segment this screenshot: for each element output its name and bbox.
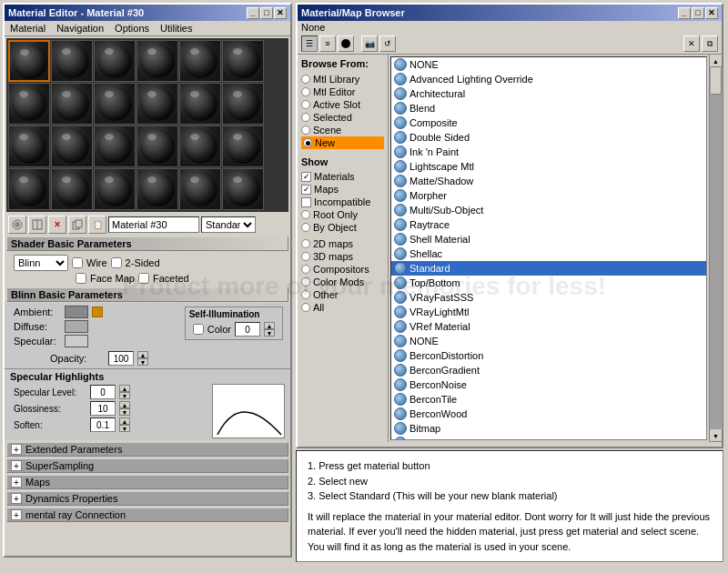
browse-camera-button[interactable]: 📷 bbox=[361, 35, 378, 52]
shader-basic-params-header[interactable]: Shader Basic Parameters bbox=[6, 236, 288, 251]
sphere-cell-4[interactable] bbox=[136, 40, 178, 82]
glossiness-up[interactable]: ▲ bbox=[119, 401, 130, 408]
sphere-cell-23[interactable] bbox=[179, 168, 221, 210]
material-list-item[interactable]: Shellac bbox=[391, 246, 706, 261]
material-list-item[interactable]: BerconWood bbox=[391, 407, 706, 421]
rollout-extended-parameters[interactable]: +Extended Parameters bbox=[6, 442, 288, 457]
sphere-cell-14[interactable] bbox=[51, 126, 93, 167]
material-list-item[interactable]: BerconGradient bbox=[391, 363, 706, 377]
color-input[interactable] bbox=[235, 322, 260, 337]
scroll-down-arrow[interactable]: ▼ bbox=[710, 429, 723, 442]
sphere-cell-9[interactable] bbox=[94, 83, 136, 125]
spec-level-up[interactable]: ▲ bbox=[119, 385, 130, 392]
sphere-cell-13[interactable] bbox=[8, 126, 50, 167]
specular-swatch[interactable] bbox=[65, 335, 88, 347]
browser-close-button[interactable]: ✕ bbox=[705, 7, 718, 19]
show-option-incompatible[interactable]: Incompatible bbox=[301, 196, 384, 208]
sphere-cell-16[interactable] bbox=[136, 126, 178, 167]
material-list-item[interactable]: Top/Bottom bbox=[391, 276, 706, 290]
minimize-button[interactable]: _ bbox=[247, 7, 259, 19]
material-list-item[interactable]: Lightscape Mtl bbox=[391, 159, 706, 174]
maptype-radio-compositors[interactable]: Compositors bbox=[301, 263, 384, 276]
faceted-checkbox[interactable] bbox=[138, 273, 149, 284]
menu-item-options[interactable]: Options bbox=[113, 22, 151, 35]
sphere-cell-11[interactable] bbox=[179, 83, 221, 125]
sphere-cell-8[interactable] bbox=[51, 83, 93, 125]
wire-checkbox[interactable] bbox=[72, 257, 83, 268]
color-checkbox[interactable] bbox=[193, 324, 204, 335]
blinn-dropdown[interactable]: Blinn bbox=[14, 255, 68, 271]
reset-button[interactable]: ✕ bbox=[48, 216, 66, 234]
browse-option-mtl-library[interactable]: Mtl Library bbox=[301, 73, 384, 85]
color-up-spinner[interactable]: ▲ bbox=[264, 322, 275, 329]
material-name-field[interactable] bbox=[108, 216, 199, 233]
browse-option-active-slot[interactable]: Active Slot bbox=[301, 98, 384, 111]
menu-item-material[interactable]: Material bbox=[8, 22, 47, 35]
sphere-cell-7[interactable] bbox=[8, 83, 50, 125]
rollout-mental-ray-connection[interactable]: +mental ray Connection bbox=[6, 508, 288, 522]
maptype-radio-all[interactable]: All bbox=[301, 301, 384, 314]
sphere-cell-2[interactable] bbox=[51, 40, 93, 82]
scroll-thumb[interactable] bbox=[711, 67, 722, 95]
material-list-item[interactable]: BerconNoise bbox=[391, 377, 706, 392]
scroll-up-arrow[interactable]: ▲ bbox=[710, 55, 723, 67]
browser-scrollbar[interactable]: ▲ ▼ bbox=[709, 55, 722, 442]
material-list-item[interactable]: Composite bbox=[391, 116, 706, 130]
sphere-cell-18[interactable] bbox=[222, 126, 264, 167]
material-list-item[interactable]: Blend bbox=[391, 101, 706, 116]
menu-item-utilities[interactable]: Utilities bbox=[158, 22, 194, 35]
refresh-button[interactable]: ↺ bbox=[379, 35, 396, 52]
list-view2-button[interactable]: ≡ bbox=[319, 35, 336, 52]
material-list-item[interactable]: Morpher bbox=[391, 188, 706, 203]
spec-level-down[interactable]: ▼ bbox=[119, 392, 130, 399]
glossiness-input[interactable] bbox=[90, 401, 116, 416]
material-list-item[interactable]: BerconTile bbox=[391, 392, 706, 407]
material-list-item[interactable]: BerconDistortion bbox=[391, 348, 706, 363]
sphere-cell-3[interactable] bbox=[94, 40, 136, 82]
color-down-spinner[interactable]: ▼ bbox=[264, 329, 275, 337]
sphere-cell-active[interactable] bbox=[8, 40, 50, 82]
glossiness-down[interactable]: ▼ bbox=[119, 408, 130, 416]
material-list-item[interactable]: Shell Material bbox=[391, 232, 706, 246]
material-list-item[interactable]: Standard bbox=[391, 261, 706, 276]
show-option-maps[interactable]: Maps bbox=[301, 183, 384, 196]
sphere-cell-10[interactable] bbox=[136, 83, 178, 125]
get-material-button[interactable] bbox=[8, 216, 26, 234]
list-view-button[interactable]: ☰ bbox=[301, 35, 318, 52]
close-button[interactable]: ✕ bbox=[274, 7, 287, 19]
browser-maximize-button[interactable]: □ bbox=[692, 7, 704, 19]
opacity-down-spinner[interactable]: ▼ bbox=[137, 358, 148, 366]
browse-option-mtl-editor[interactable]: Mtl Editor bbox=[301, 85, 384, 98]
material-list-item[interactable]: VRayLightMtl bbox=[391, 305, 706, 319]
sphere-cell-6[interactable] bbox=[222, 40, 264, 82]
material-list-item[interactable]: Double Sided bbox=[391, 130, 706, 145]
sphere-cell-17[interactable] bbox=[179, 126, 221, 167]
sphere-cell-20[interactable] bbox=[51, 168, 93, 210]
menu-item-navigation[interactable]: Navigation bbox=[55, 22, 106, 35]
material-list-panel[interactable]: NONEAdvanced Lighting OverrideArchitectu… bbox=[390, 56, 707, 440]
opacity-up-spinner[interactable]: ▲ bbox=[137, 351, 148, 358]
twosided-checkbox[interactable] bbox=[111, 257, 122, 268]
paste-button[interactable]: 📋 bbox=[88, 216, 106, 234]
spec-level-input[interactable] bbox=[90, 385, 116, 399]
browse-option-selected[interactable]: Selected bbox=[301, 111, 384, 124]
sphere-cell-24[interactable] bbox=[222, 168, 264, 210]
rollout-dynamics-properties[interactable]: +Dynamics Properties bbox=[6, 491, 288, 506]
material-list-item[interactable]: Advanced Lighting Override bbox=[391, 72, 706, 86]
maptype-radio-3d-maps[interactable]: 3D maps bbox=[301, 250, 384, 263]
ambient-lock[interactable] bbox=[92, 307, 103, 317]
material-list-item[interactable]: Matte/Shadow bbox=[391, 174, 706, 188]
material-list-item[interactable]: NONE bbox=[391, 57, 706, 72]
show-radio-root-only[interactable]: Root Only bbox=[301, 208, 384, 221]
copy-tool-button[interactable]: ⧉ bbox=[702, 35, 718, 52]
browse-option-scene[interactable]: Scene bbox=[301, 124, 384, 136]
blinn-basic-header[interactable]: Blinn Basic Parameters bbox=[6, 287, 288, 302]
sphere-cell-19[interactable] bbox=[8, 168, 50, 210]
facemap-checkbox[interactable] bbox=[76, 273, 86, 284]
maptype-radio-2d-maps[interactable]: 2D maps bbox=[301, 237, 384, 250]
diffuse-swatch[interactable] bbox=[65, 320, 88, 333]
show-radio-by-object[interactable]: By Object bbox=[301, 221, 384, 234]
ambient-swatch[interactable] bbox=[65, 306, 88, 318]
soften-up[interactable]: ▲ bbox=[119, 417, 130, 425]
material-list-item[interactable]: VRef Material bbox=[391, 319, 706, 334]
